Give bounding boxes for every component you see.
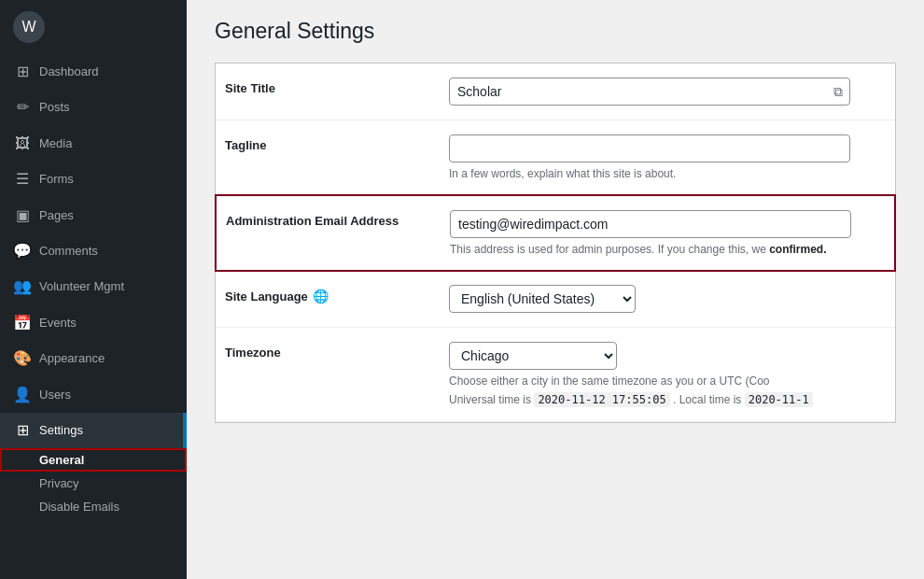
comments-icon: 💬 — [13, 241, 32, 261]
sidebar-item-comments[interactable]: 💬 Comments — [0, 233, 187, 269]
site-title-row: Site Title ⧉ — [216, 64, 895, 120]
volunteer-icon: 👥 — [13, 276, 32, 297]
email-control: This address is used for admin purposes.… — [450, 210, 885, 256]
posts-icon: ✏ — [13, 97, 32, 118]
language-label: Site Language 🌐 — [225, 285, 430, 304]
language-select[interactable]: English (United States) — [449, 285, 636, 313]
sub-item-privacy[interactable]: Privacy — [0, 472, 187, 495]
site-title-input-wrapper: ⧉ — [449, 78, 850, 106]
timezone-label: Timezone — [225, 342, 430, 360]
settings-table: Site Title ⧉ Tagline In a few words, exp… — [215, 63, 896, 423]
tagline-hint: In a few words, explain what this site i… — [449, 167, 886, 180]
sidebar-item-label: Settings — [39, 422, 174, 439]
sidebar-item-label: Pages — [39, 207, 174, 224]
timezone-hint: Choose either a city in the same timezon… — [449, 374, 886, 388]
sidebar: W ⊞ Dashboard ✏ Posts 🖼 Media ☰ Forms ▣ … — [0, 0, 187, 579]
sidebar-item-label: Events — [39, 315, 174, 332]
utc-label: Universal time is — [449, 393, 531, 406]
events-icon: 📅 — [13, 313, 32, 333]
sidebar-item-users[interactable]: 👤 Users — [0, 377, 187, 413]
tagline-input[interactable] — [449, 134, 850, 162]
settings-icon: ⊞ — [13, 420, 32, 441]
sidebar-item-dashboard[interactable]: ⊞ Dashboard — [0, 54, 187, 90]
sidebar-logo: W — [0, 0, 187, 54]
email-hint: This address is used for admin purposes.… — [450, 243, 885, 256]
site-title-input[interactable] — [449, 78, 850, 106]
sidebar-item-label: Posts — [39, 99, 174, 116]
sidebar-item-label: Appearance — [39, 350, 174, 367]
users-icon: 👤 — [13, 385, 32, 405]
copy-icon[interactable]: ⧉ — [833, 84, 843, 100]
page-title: General Settings — [215, 19, 896, 44]
site-title-label: Site Title — [225, 78, 430, 95]
utc-value: 2020-11-12 17:55:05 — [534, 392, 669, 407]
dashboard-icon: ⊞ — [13, 62, 32, 82]
sidebar-item-media[interactable]: 🖼 Media — [0, 126, 187, 162]
tagline-row: Tagline In a few words, explain what thi… — [216, 120, 895, 195]
timezone-time-info: Universal time is 2020-11-12 17:55:05 . … — [449, 392, 886, 407]
sidebar-item-label: Dashboard — [39, 64, 174, 80]
site-title-control: ⧉ — [449, 78, 886, 106]
tagline-label: Tagline — [225, 134, 430, 152]
timezone-select[interactable]: Chicago — [449, 342, 617, 370]
pages-icon: ▣ — [13, 205, 32, 226]
sub-item-disable-emails[interactable]: Disable Emails — [0, 495, 187, 518]
sidebar-item-label: Comments — [39, 243, 174, 260]
sidebar-item-label: Media — [39, 135, 174, 152]
sidebar-item-pages[interactable]: ▣ Pages — [0, 198, 187, 233]
language-label-text: Site Language — [225, 290, 308, 304]
sidebar-item-label: Forms — [39, 171, 174, 188]
sidebar-item-label: Users — [39, 387, 174, 403]
forms-icon: ☰ — [13, 169, 32, 190]
sidebar-item-label: Volunteer Mgmt — [39, 278, 174, 295]
sidebar-item-appearance[interactable]: 🎨 Appearance — [0, 341, 187, 376]
language-globe-icon: 🌐 — [313, 289, 329, 304]
language-control: English (United States) — [449, 285, 886, 313]
email-row: Administration Email Address This addres… — [215, 194, 896, 272]
local-label: . Local time is — [673, 393, 741, 406]
tagline-control: In a few words, explain what this site i… — [449, 134, 886, 180]
timezone-control: Chicago Choose either a city in the same… — [449, 342, 886, 407]
language-label-wrapper: Site Language 🌐 — [225, 289, 430, 304]
language-row: Site Language 🌐 English (United States) — [216, 271, 895, 328]
sidebar-item-volunteer-mgmt[interactable]: 👥 Volunteer Mgmt — [0, 269, 187, 304]
sub-item-general[interactable]: General — [0, 448, 187, 472]
sidebar-item-posts[interactable]: ✏ Posts — [0, 90, 187, 125]
main-content: General Settings Site Title ⧉ Tagline In… — [187, 0, 924, 579]
media-icon: 🖼 — [13, 134, 32, 154]
local-value: 2020-11-1 — [745, 392, 813, 407]
settings-submenu: General Privacy Disable Emails — [0, 448, 187, 518]
email-input[interactable] — [450, 210, 851, 238]
sidebar-item-events[interactable]: 📅 Events — [0, 305, 187, 341]
sidebar-item-settings[interactable]: ⊞ Settings — [0, 413, 187, 448]
email-label: Administration Email Address — [226, 210, 431, 228]
email-hint-text: This address is used for admin purposes.… — [450, 243, 766, 256]
timezone-row: Timezone Chicago Choose either a city in… — [216, 328, 895, 422]
sidebar-item-forms[interactable]: ☰ Forms — [0, 162, 187, 197]
wordpress-logo-icon: W — [13, 11, 45, 43]
email-hint-bold: confirmed. — [769, 243, 826, 256]
appearance-icon: 🎨 — [13, 348, 32, 369]
